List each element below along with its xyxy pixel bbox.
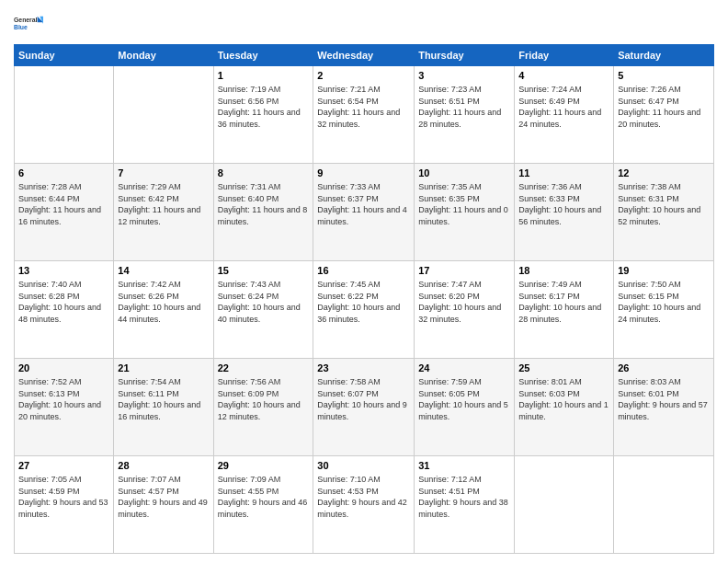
day-info: Sunrise: 7:36 AMSunset: 6:33 PMDaylight:… [518, 182, 601, 226]
day-number: 31 [418, 459, 510, 473]
calendar-cell: 8Sunrise: 7:31 AMSunset: 6:40 PMDaylight… [213, 164, 313, 261]
day-info: Sunrise: 7:56 AMSunset: 6:09 PMDaylight:… [218, 377, 301, 421]
day-number: 19 [618, 264, 710, 278]
day-info: Sunrise: 7:47 AMSunset: 6:20 PMDaylight:… [418, 280, 501, 324]
calendar-cell: 10Sunrise: 7:35 AMSunset: 6:35 PMDayligh… [415, 164, 515, 261]
page: GeneralBlue SundayMondayTuesdayWednesday… [0, 0, 728, 563]
day-number: 11 [518, 167, 609, 180]
day-number: 12 [618, 167, 710, 180]
day-number: 5 [618, 69, 710, 83]
day-number: 6 [18, 167, 109, 180]
calendar-cell: 12Sunrise: 7:38 AMSunset: 6:31 PMDayligh… [614, 164, 714, 261]
calendar-cell: 26Sunrise: 8:03 AMSunset: 6:01 PMDayligh… [614, 359, 714, 456]
calendar-cell: 22Sunrise: 7:56 AMSunset: 6:09 PMDayligh… [213, 359, 313, 456]
calendar-cell [515, 456, 614, 554]
day-info: Sunrise: 7:38 AMSunset: 6:31 PMDaylight:… [618, 182, 700, 226]
day-info: Sunrise: 7:59 AMSunset: 6:05 PMDaylight:… [418, 377, 508, 421]
logo-icon: GeneralBlue [14, 9, 43, 39]
day-number: 26 [618, 362, 710, 375]
calendar-cell: 13Sunrise: 7:40 AMSunset: 6:28 PMDayligh… [15, 261, 114, 359]
svg-text:Blue: Blue [14, 24, 28, 30]
calendar-cell: 16Sunrise: 7:45 AMSunset: 6:22 PMDayligh… [313, 261, 415, 359]
day-info: Sunrise: 7:26 AMSunset: 6:47 PMDaylight:… [618, 85, 700, 129]
day-info: Sunrise: 7:52 AMSunset: 6:13 PMDaylight:… [18, 377, 101, 421]
day-info: Sunrise: 7:05 AMSunset: 4:59 PMDaylight:… [18, 475, 108, 519]
day-info: Sunrise: 7:24 AMSunset: 6:49 PMDaylight:… [518, 85, 601, 129]
day-info: Sunrise: 7:49 AMSunset: 6:17 PMDaylight:… [518, 280, 601, 324]
day-number: 9 [317, 167, 410, 180]
day-number: 2 [317, 69, 410, 83]
day-info: Sunrise: 7:23 AMSunset: 6:51 PMDaylight:… [418, 85, 501, 129]
day-info: Sunrise: 7:09 AMSunset: 4:55 PMDaylight:… [218, 475, 308, 519]
day-info: Sunrise: 7:35 AMSunset: 6:35 PMDaylight:… [418, 182, 508, 226]
calendar-cell: 27Sunrise: 7:05 AMSunset: 4:59 PMDayligh… [15, 456, 114, 554]
calendar-cell: 7Sunrise: 7:29 AMSunset: 6:42 PMDaylight… [114, 164, 213, 261]
svg-text:General: General [14, 17, 38, 23]
calendar-cell: 20Sunrise: 7:52 AMSunset: 6:13 PMDayligh… [15, 359, 114, 456]
day-info: Sunrise: 7:43 AMSunset: 6:24 PMDaylight:… [218, 280, 301, 324]
calendar-week-row: 27Sunrise: 7:05 AMSunset: 4:59 PMDayligh… [15, 456, 714, 554]
day-number: 8 [218, 167, 310, 180]
calendar-cell: 9Sunrise: 7:33 AMSunset: 6:37 PMDaylight… [313, 164, 415, 261]
day-number: 18 [518, 264, 609, 278]
calendar-cell: 3Sunrise: 7:23 AMSunset: 6:51 PMDaylight… [415, 66, 515, 164]
day-info: Sunrise: 7:40 AMSunset: 6:28 PMDaylight:… [18, 280, 101, 324]
calendar-cell: 5Sunrise: 7:26 AMSunset: 6:47 PMDaylight… [614, 66, 714, 164]
calendar-cell [614, 456, 714, 554]
calendar-cell: 30Sunrise: 7:10 AMSunset: 4:53 PMDayligh… [313, 456, 415, 554]
day-number: 25 [518, 362, 609, 375]
calendar-cell: 4Sunrise: 7:24 AMSunset: 6:49 PMDaylight… [515, 66, 614, 164]
calendar-week-row: 6Sunrise: 7:28 AMSunset: 6:44 PMDaylight… [15, 164, 714, 261]
day-number: 16 [317, 264, 410, 278]
calendar-week-row: 20Sunrise: 7:52 AMSunset: 6:13 PMDayligh… [15, 359, 714, 456]
calendar-cell: 17Sunrise: 7:47 AMSunset: 6:20 PMDayligh… [415, 261, 515, 359]
day-number: 14 [118, 264, 209, 278]
calendar-cell: 15Sunrise: 7:43 AMSunset: 6:24 PMDayligh… [213, 261, 313, 359]
day-number: 21 [118, 362, 209, 375]
day-info: Sunrise: 8:01 AMSunset: 6:03 PMDaylight:… [518, 377, 609, 421]
day-number: 22 [218, 362, 310, 375]
day-number: 24 [418, 362, 510, 375]
day-info: Sunrise: 7:58 AMSunset: 6:07 PMDaylight:… [317, 377, 407, 421]
calendar-header-row: SundayMondayTuesdayWednesdayThursdayFrid… [15, 45, 714, 66]
calendar-cell: 24Sunrise: 7:59 AMSunset: 6:05 PMDayligh… [415, 359, 515, 456]
day-number: 15 [218, 264, 310, 278]
calendar-cell [114, 66, 213, 164]
calendar-cell: 1Sunrise: 7:19 AMSunset: 6:56 PMDaylight… [213, 66, 313, 164]
calendar-day-header: Tuesday [213, 45, 313, 66]
calendar-cell: 2Sunrise: 7:21 AMSunset: 6:54 PMDaylight… [313, 66, 415, 164]
day-number: 1 [218, 69, 310, 83]
calendar-week-row: 1Sunrise: 7:19 AMSunset: 6:56 PMDaylight… [15, 66, 714, 164]
day-number: 13 [18, 264, 109, 278]
calendar-cell: 29Sunrise: 7:09 AMSunset: 4:55 PMDayligh… [213, 456, 313, 554]
day-number: 29 [218, 459, 310, 473]
day-info: Sunrise: 7:42 AMSunset: 6:26 PMDaylight:… [118, 280, 200, 324]
day-info: Sunrise: 7:07 AMSunset: 4:57 PMDaylight:… [118, 475, 208, 519]
day-info: Sunrise: 7:19 AMSunset: 6:56 PMDaylight:… [218, 85, 301, 129]
calendar-week-row: 13Sunrise: 7:40 AMSunset: 6:28 PMDayligh… [15, 261, 714, 359]
calendar-day-header: Sunday [15, 45, 114, 66]
day-number: 4 [518, 69, 609, 83]
day-info: Sunrise: 7:29 AMSunset: 6:42 PMDaylight:… [118, 182, 200, 226]
calendar-cell: 28Sunrise: 7:07 AMSunset: 4:57 PMDayligh… [114, 456, 213, 554]
calendar-cell: 18Sunrise: 7:49 AMSunset: 6:17 PMDayligh… [515, 261, 614, 359]
logo: GeneralBlue [14, 9, 43, 39]
calendar-cell: 14Sunrise: 7:42 AMSunset: 6:26 PMDayligh… [114, 261, 213, 359]
calendar: SundayMondayTuesdayWednesdayThursdayFrid… [14, 44, 714, 554]
day-info: Sunrise: 8:03 AMSunset: 6:01 PMDaylight:… [618, 377, 708, 421]
calendar-cell: 31Sunrise: 7:12 AMSunset: 4:51 PMDayligh… [415, 456, 515, 554]
day-info: Sunrise: 7:31 AMSunset: 6:40 PMDaylight:… [218, 182, 308, 226]
day-info: Sunrise: 7:10 AMSunset: 4:53 PMDaylight:… [317, 475, 407, 519]
calendar-cell: 25Sunrise: 8:01 AMSunset: 6:03 PMDayligh… [515, 359, 614, 456]
day-number: 7 [118, 167, 209, 180]
day-info: Sunrise: 7:50 AMSunset: 6:15 PMDaylight:… [618, 280, 700, 324]
day-number: 27 [18, 459, 109, 473]
calendar-cell: 21Sunrise: 7:54 AMSunset: 6:11 PMDayligh… [114, 359, 213, 456]
day-number: 23 [317, 362, 410, 375]
day-info: Sunrise: 7:54 AMSunset: 6:11 PMDaylight:… [118, 377, 200, 421]
day-info: Sunrise: 7:12 AMSunset: 4:51 PMDaylight:… [418, 475, 508, 519]
calendar-cell: 23Sunrise: 7:58 AMSunset: 6:07 PMDayligh… [313, 359, 415, 456]
calendar-day-header: Saturday [614, 45, 714, 66]
day-number: 20 [18, 362, 109, 375]
day-info: Sunrise: 7:21 AMSunset: 6:54 PMDaylight:… [317, 85, 400, 129]
